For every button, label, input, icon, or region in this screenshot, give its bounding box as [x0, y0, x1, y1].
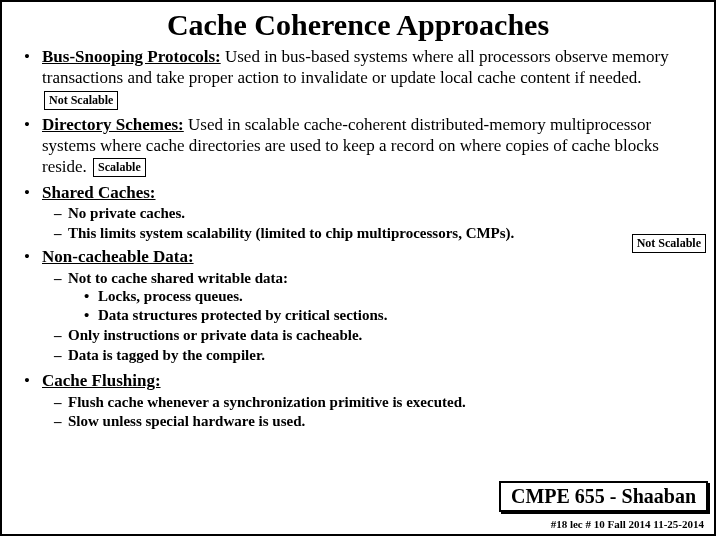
tag-not-scalable: Not Scalable: [44, 91, 118, 110]
sub-bullet: Flush cache whenever a synchronization p…: [54, 393, 700, 412]
bullet-heading: Bus-Snooping Protocols:: [42, 47, 221, 66]
bullet-shared-caches: Shared Caches:: [24, 182, 700, 203]
bullet-bus-snooping: Bus-Snooping Protocols: Used in bus-base…: [24, 46, 700, 110]
bullet-heading: Cache Flushing:: [42, 371, 161, 390]
sub-bullet: This limits system scalability (limited …: [54, 224, 700, 243]
bullet-noncacheable: Non-cacheable Data: Not Scalable: [24, 246, 700, 267]
slide-title: Cache Coherence Approaches: [2, 8, 714, 42]
sub-bullet: Data is tagged by the compiler.: [54, 346, 700, 365]
bullet-directory-schemes: Directory Schemes: Used in scalable cach…: [24, 114, 700, 178]
bullet-heading: Directory Schemes:: [42, 115, 184, 134]
sub-sub-bullet: Locks, process queues.: [84, 287, 700, 306]
bullet-cache-flushing: Cache Flushing:: [24, 370, 700, 391]
bullet-heading: Shared Caches:: [42, 183, 156, 202]
tag-not-scalable: Not Scalable: [632, 234, 706, 253]
sub-sub-bullet: Data structures protected by critical se…: [84, 306, 700, 325]
sub-bullet: Slow unless special hardware is used.: [54, 412, 700, 431]
slide-content: Bus-Snooping Protocols: Used in bus-base…: [2, 46, 714, 431]
sub-bullet: Not to cache shared writable data:: [54, 269, 700, 288]
bullet-heading: Non-cacheable Data:: [42, 247, 194, 266]
tag-scalable: Scalable: [93, 158, 146, 177]
sub-bullet: No private caches.: [54, 204, 700, 223]
footer-text: #18 lec # 10 Fall 2014 11-25-2014: [551, 518, 704, 530]
course-box: CMPE 655 - Shaaban: [499, 481, 708, 512]
slide: Cache Coherence Approaches Bus-Snooping …: [0, 0, 716, 536]
sub-bullet: Only instructions or private data is cac…: [54, 326, 700, 345]
